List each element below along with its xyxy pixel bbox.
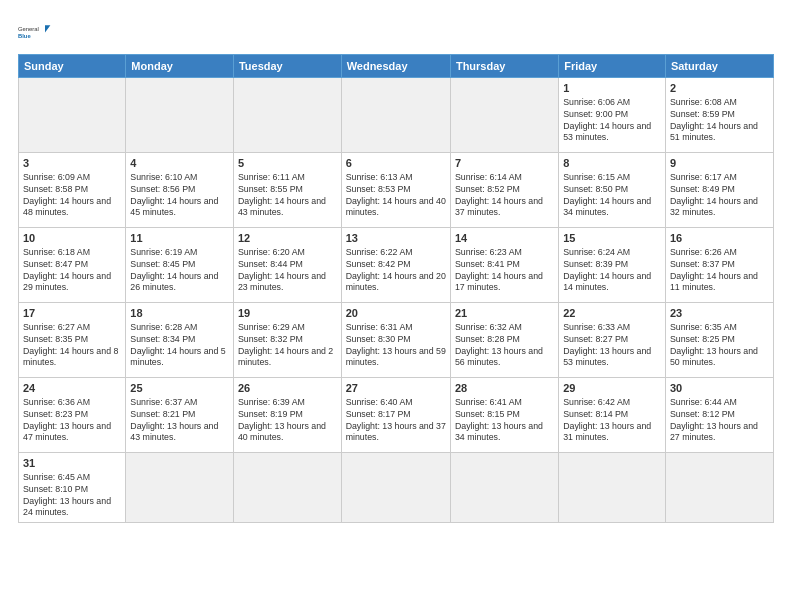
day-info: Sunrise: 6:20 AMSunset: 8:44 PMDaylight:… <box>238 247 337 295</box>
calendar-day-cell: 4Sunrise: 6:10 AMSunset: 8:56 PMDaylight… <box>126 153 234 228</box>
day-number: 29 <box>563 381 661 396</box>
calendar-day-cell: 30Sunrise: 6:44 AMSunset: 8:12 PMDayligh… <box>665 378 773 453</box>
weekday-header-tuesday: Tuesday <box>233 55 341 78</box>
calendar-day-cell: 27Sunrise: 6:40 AMSunset: 8:17 PMDayligh… <box>341 378 450 453</box>
calendar-day-cell: 17Sunrise: 6:27 AMSunset: 8:35 PMDayligh… <box>19 303 126 378</box>
calendar-day-cell: 14Sunrise: 6:23 AMSunset: 8:41 PMDayligh… <box>450 228 558 303</box>
calendar-body: 1Sunrise: 6:06 AMSunset: 9:00 PMDaylight… <box>19 78 774 523</box>
calendar-week-row: 1Sunrise: 6:06 AMSunset: 9:00 PMDaylight… <box>19 78 774 153</box>
day-info: Sunrise: 6:45 AMSunset: 8:10 PMDaylight:… <box>23 472 121 520</box>
day-info: Sunrise: 6:32 AMSunset: 8:28 PMDaylight:… <box>455 322 554 370</box>
calendar-header: SundayMondayTuesdayWednesdayThursdayFrid… <box>19 55 774 78</box>
day-info: Sunrise: 6:33 AMSunset: 8:27 PMDaylight:… <box>563 322 661 370</box>
calendar-day-cell: 18Sunrise: 6:28 AMSunset: 8:34 PMDayligh… <box>126 303 234 378</box>
weekday-header-monday: Monday <box>126 55 234 78</box>
day-info: Sunrise: 6:23 AMSunset: 8:41 PMDaylight:… <box>455 247 554 295</box>
day-number: 1 <box>563 81 661 96</box>
day-info: Sunrise: 6:31 AMSunset: 8:30 PMDaylight:… <box>346 322 446 370</box>
calendar-day-cell <box>233 78 341 153</box>
day-number: 28 <box>455 381 554 396</box>
day-info: Sunrise: 6:40 AMSunset: 8:17 PMDaylight:… <box>346 397 446 445</box>
calendar-day-cell: 20Sunrise: 6:31 AMSunset: 8:30 PMDayligh… <box>341 303 450 378</box>
calendar-day-cell <box>341 453 450 523</box>
day-number: 20 <box>346 306 446 321</box>
day-number: 13 <box>346 231 446 246</box>
calendar-day-cell: 29Sunrise: 6:42 AMSunset: 8:14 PMDayligh… <box>559 378 666 453</box>
calendar-day-cell <box>126 453 234 523</box>
day-number: 16 <box>670 231 769 246</box>
generalblue-logo-icon: GeneralBlue <box>18 18 54 46</box>
calendar-day-cell <box>450 453 558 523</box>
day-info: Sunrise: 6:08 AMSunset: 8:59 PMDaylight:… <box>670 97 769 145</box>
day-info: Sunrise: 6:14 AMSunset: 8:52 PMDaylight:… <box>455 172 554 220</box>
day-number: 12 <box>238 231 337 246</box>
day-number: 2 <box>670 81 769 96</box>
day-info: Sunrise: 6:19 AMSunset: 8:45 PMDaylight:… <box>130 247 229 295</box>
day-info: Sunrise: 6:17 AMSunset: 8:49 PMDaylight:… <box>670 172 769 220</box>
calendar-week-row: 31Sunrise: 6:45 AMSunset: 8:10 PMDayligh… <box>19 453 774 523</box>
calendar-day-cell <box>233 453 341 523</box>
day-number: 5 <box>238 156 337 171</box>
calendar-day-cell: 13Sunrise: 6:22 AMSunset: 8:42 PMDayligh… <box>341 228 450 303</box>
day-number: 23 <box>670 306 769 321</box>
calendar-day-cell: 28Sunrise: 6:41 AMSunset: 8:15 PMDayligh… <box>450 378 558 453</box>
calendar-day-cell: 12Sunrise: 6:20 AMSunset: 8:44 PMDayligh… <box>233 228 341 303</box>
day-number: 19 <box>238 306 337 321</box>
day-info: Sunrise: 6:26 AMSunset: 8:37 PMDaylight:… <box>670 247 769 295</box>
day-number: 27 <box>346 381 446 396</box>
calendar-day-cell: 3Sunrise: 6:09 AMSunset: 8:58 PMDaylight… <box>19 153 126 228</box>
day-number: 22 <box>563 306 661 321</box>
calendar-day-cell: 23Sunrise: 6:35 AMSunset: 8:25 PMDayligh… <box>665 303 773 378</box>
header: GeneralBlue <box>18 18 774 46</box>
calendar-day-cell <box>665 453 773 523</box>
day-number: 21 <box>455 306 554 321</box>
day-number: 30 <box>670 381 769 396</box>
day-number: 26 <box>238 381 337 396</box>
svg-text:General: General <box>18 26 39 32</box>
day-number: 4 <box>130 156 229 171</box>
day-info: Sunrise: 6:41 AMSunset: 8:15 PMDaylight:… <box>455 397 554 445</box>
day-number: 17 <box>23 306 121 321</box>
weekday-header-saturday: Saturday <box>665 55 773 78</box>
calendar-day-cell: 1Sunrise: 6:06 AMSunset: 9:00 PMDaylight… <box>559 78 666 153</box>
day-number: 10 <box>23 231 121 246</box>
svg-marker-2 <box>45 25 50 32</box>
calendar-week-row: 17Sunrise: 6:27 AMSunset: 8:35 PMDayligh… <box>19 303 774 378</box>
day-info: Sunrise: 6:28 AMSunset: 8:34 PMDaylight:… <box>130 322 229 370</box>
weekday-header-friday: Friday <box>559 55 666 78</box>
day-info: Sunrise: 6:13 AMSunset: 8:53 PMDaylight:… <box>346 172 446 220</box>
calendar-day-cell <box>341 78 450 153</box>
calendar-day-cell <box>559 453 666 523</box>
day-number: 24 <box>23 381 121 396</box>
day-info: Sunrise: 6:24 AMSunset: 8:39 PMDaylight:… <box>563 247 661 295</box>
calendar-day-cell: 26Sunrise: 6:39 AMSunset: 8:19 PMDayligh… <box>233 378 341 453</box>
day-info: Sunrise: 6:37 AMSunset: 8:21 PMDaylight:… <box>130 397 229 445</box>
calendar-day-cell: 24Sunrise: 6:36 AMSunset: 8:23 PMDayligh… <box>19 378 126 453</box>
weekday-header-wednesday: Wednesday <box>341 55 450 78</box>
day-info: Sunrise: 6:15 AMSunset: 8:50 PMDaylight:… <box>563 172 661 220</box>
calendar-day-cell <box>19 78 126 153</box>
day-number: 25 <box>130 381 229 396</box>
day-info: Sunrise: 6:18 AMSunset: 8:47 PMDaylight:… <box>23 247 121 295</box>
calendar-day-cell: 8Sunrise: 6:15 AMSunset: 8:50 PMDaylight… <box>559 153 666 228</box>
logo: GeneralBlue <box>18 18 54 46</box>
day-number: 9 <box>670 156 769 171</box>
day-info: Sunrise: 6:39 AMSunset: 8:19 PMDaylight:… <box>238 397 337 445</box>
day-info: Sunrise: 6:09 AMSunset: 8:58 PMDaylight:… <box>23 172 121 220</box>
day-number: 11 <box>130 231 229 246</box>
calendar-day-cell: 7Sunrise: 6:14 AMSunset: 8:52 PMDaylight… <box>450 153 558 228</box>
calendar-day-cell: 6Sunrise: 6:13 AMSunset: 8:53 PMDaylight… <box>341 153 450 228</box>
calendar-day-cell: 31Sunrise: 6:45 AMSunset: 8:10 PMDayligh… <box>19 453 126 523</box>
calendar-day-cell: 25Sunrise: 6:37 AMSunset: 8:21 PMDayligh… <box>126 378 234 453</box>
weekday-header-sunday: Sunday <box>19 55 126 78</box>
day-info: Sunrise: 6:29 AMSunset: 8:32 PMDaylight:… <box>238 322 337 370</box>
calendar-day-cell: 16Sunrise: 6:26 AMSunset: 8:37 PMDayligh… <box>665 228 773 303</box>
day-number: 31 <box>23 456 121 471</box>
calendar-day-cell: 19Sunrise: 6:29 AMSunset: 8:32 PMDayligh… <box>233 303 341 378</box>
calendar-day-cell: 22Sunrise: 6:33 AMSunset: 8:27 PMDayligh… <box>559 303 666 378</box>
calendar-week-row: 10Sunrise: 6:18 AMSunset: 8:47 PMDayligh… <box>19 228 774 303</box>
day-info: Sunrise: 6:10 AMSunset: 8:56 PMDaylight:… <box>130 172 229 220</box>
weekday-header-row: SundayMondayTuesdayWednesdayThursdayFrid… <box>19 55 774 78</box>
calendar-day-cell: 21Sunrise: 6:32 AMSunset: 8:28 PMDayligh… <box>450 303 558 378</box>
calendar-day-cell <box>126 78 234 153</box>
